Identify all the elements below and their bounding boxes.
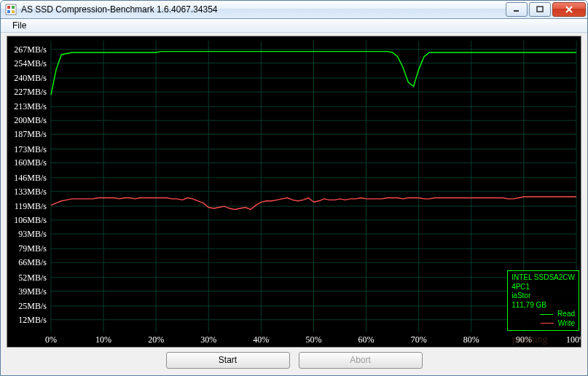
svg-text:267MB/s: 267MB/s	[14, 44, 47, 54]
svg-text:100%: 100%	[566, 334, 581, 345]
button-row: Start Abort	[7, 348, 581, 372]
svg-text:254MB/s: 254MB/s	[14, 58, 47, 68]
svg-text:119MB/s: 119MB/s	[15, 201, 47, 211]
legend-read-label: Read	[557, 310, 575, 319]
svg-rect-1	[7, 6, 10, 9]
titlebar[interactable]: AS SSD Compression-Benchmark 1.6.4067.34…	[1, 1, 587, 19]
svg-text:79MB/s: 79MB/s	[18, 243, 47, 254]
svg-text:66MB/s: 66MB/s	[18, 257, 47, 267]
svg-text:30%: 30%	[200, 334, 216, 345]
svg-rect-4	[12, 10, 15, 13]
svg-text:160MB/s: 160MB/s	[14, 157, 47, 168]
menubar: File	[1, 19, 587, 33]
legend-write-label: Write	[558, 319, 575, 329]
legend-write-swatch	[541, 323, 554, 324]
svg-text:10%: 10%	[95, 334, 111, 345]
svg-rect-2	[12, 6, 15, 9]
chart: 12MB/s25MB/s39MB/s52MB/s66MB/s79MB/s93MB…	[7, 36, 581, 348]
maximize-button[interactable]	[529, 2, 551, 17]
svg-text:39MB/s: 39MB/s	[18, 286, 47, 296]
svg-text:240MB/s: 240MB/s	[14, 73, 47, 83]
svg-text:213MB/s: 213MB/s	[14, 101, 47, 111]
svg-text:93MB/s: 93MB/s	[18, 228, 47, 238]
abort-button[interactable]: Abort	[299, 352, 423, 369]
svg-text:0%: 0%	[45, 334, 57, 345]
start-button[interactable]: Start	[166, 352, 290, 369]
svg-text:52MB/s: 52MB/s	[18, 272, 47, 282]
svg-rect-3	[7, 10, 10, 13]
svg-text:12MB/s: 12MB/s	[18, 314, 47, 324]
svg-text:200MB/s: 200MB/s	[14, 115, 47, 125]
minimize-button[interactable]	[506, 2, 528, 17]
menu-file[interactable]: File	[7, 19, 32, 32]
close-button[interactable]	[552, 2, 586, 17]
svg-text:20%: 20%	[148, 334, 164, 345]
svg-text:25MB/s: 25MB/s	[18, 300, 47, 310]
legend-line2: 4PC1	[511, 283, 575, 292]
legend-driver: iaStor	[511, 291, 575, 301]
chart-area: 12MB/s25MB/s39MB/s52MB/s66MB/s79MB/s93MB…	[1, 33, 587, 375]
svg-text:173MB/s: 173MB/s	[14, 144, 47, 154]
svg-text:227MB/s: 227MB/s	[14, 86, 47, 96]
chart-svg: 12MB/s25MB/s39MB/s52MB/s66MB/s79MB/s93MB…	[7, 36, 581, 347]
svg-text:70%: 70%	[411, 334, 427, 345]
window-controls	[506, 2, 586, 17]
svg-text:60%: 60%	[358, 334, 375, 345]
window-title: AS SSD Compression-Benchmark 1.6.4067.34…	[21, 4, 506, 15]
app-icon	[5, 4, 17, 15]
legend-device: INTEL SSDSA2CW	[511, 273, 575, 283]
svg-text:146MB/s: 146MB/s	[14, 172, 47, 182]
svg-text:187MB/s: 187MB/s	[14, 129, 47, 139]
svg-text:50%: 50%	[305, 334, 321, 345]
legend-write: Write	[511, 319, 575, 329]
app-window: AS SSD Compression-Benchmark 1.6.4067.34…	[0, 0, 588, 376]
svg-rect-6	[537, 7, 543, 12]
legend-capacity: 111,79 GB	[511, 301, 575, 310]
svg-text:80%: 80%	[463, 334, 479, 345]
svg-text:106MB/s: 106MB/s	[14, 215, 47, 225]
legend-box: INTEL SSDSA2CW 4PC1 iaStor 111,79 GB Rea…	[507, 270, 579, 331]
legend-read-swatch	[540, 314, 553, 315]
legend-read: Read	[511, 310, 575, 319]
svg-text:pctuning: pctuning	[512, 333, 548, 345]
svg-text:40%: 40%	[253, 334, 269, 345]
svg-text:133MB/s: 133MB/s	[14, 186, 47, 196]
